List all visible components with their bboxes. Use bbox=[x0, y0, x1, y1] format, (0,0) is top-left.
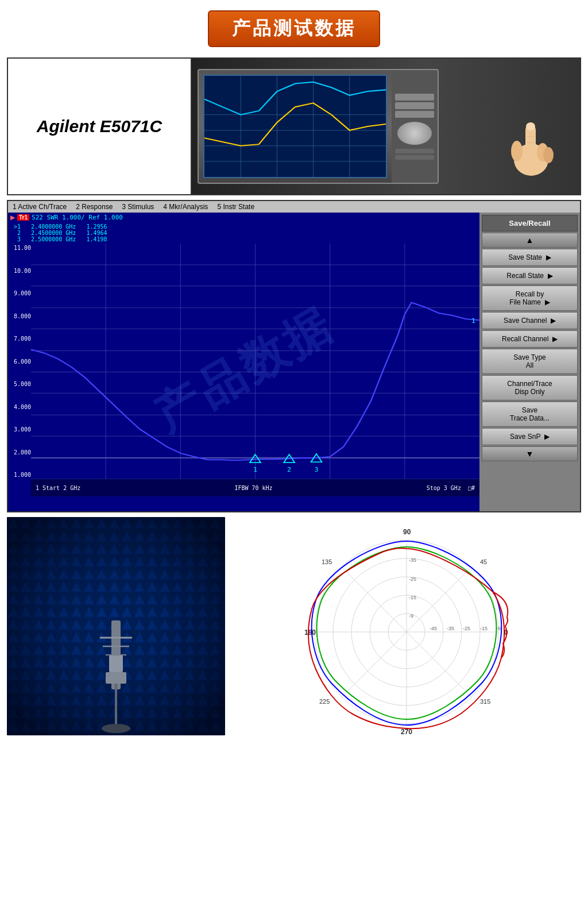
svg-text:-45: -45 bbox=[430, 626, 437, 631]
sidebar-down-arrow-btn[interactable]: ▼ bbox=[482, 446, 578, 461]
save-snp-button[interactable]: Save SnP ▶ bbox=[482, 428, 578, 445]
y-label-9: 9.000 bbox=[9, 290, 31, 296]
x-label-stop: Stop 3 GHz □# bbox=[427, 485, 475, 491]
svg-text:-25: -25 bbox=[463, 626, 470, 631]
y-label-8: 8.000 bbox=[9, 313, 31, 319]
svg-point-13 bbox=[543, 147, 554, 163]
channel-trace-disp-only-button[interactable]: Channel/Trace Disp Only bbox=[482, 375, 578, 400]
y-label-11: 11.00 bbox=[9, 245, 31, 251]
vna-section: 1 Active Ch/Trace 2 Response 3 Stimulus … bbox=[7, 200, 581, 512]
instrument-photo-cell bbox=[192, 59, 580, 194]
vna-header-text: S22 SWR 1.000/ Ref 1.000 bbox=[32, 214, 123, 221]
instrument-name: Agilent E5071C bbox=[37, 117, 162, 136]
vna-channel-indicator: ▶ bbox=[10, 214, 15, 221]
svg-point-14 bbox=[526, 122, 535, 130]
y-label-10: 10.00 bbox=[9, 268, 31, 274]
save-channel-button[interactable]: Save Channel ▶ bbox=[482, 312, 578, 329]
marker-row-3: 3 2.5000000 GHz 1.4198 bbox=[14, 236, 474, 242]
vna-chart: 11.00 10.00 9.000 8.000 7.000 6.000 5.00… bbox=[8, 244, 479, 496]
svg-text:3: 3 bbox=[314, 466, 318, 473]
svg-text:45: 45 bbox=[480, 558, 487, 565]
save-state-button[interactable]: Save State ▶ bbox=[482, 249, 578, 266]
x-label-ifbw: IFBW 70 kHz bbox=[234, 485, 272, 491]
y-label-4: 4.000 bbox=[9, 404, 31, 410]
recall-state-button[interactable]: Recall State ▶ bbox=[482, 267, 578, 284]
svg-rect-56 bbox=[7, 517, 225, 735]
recall-channel-button[interactable]: Recall Channel ▶ bbox=[482, 330, 578, 348]
vna-svg-chart: 1 2 3 1 bbox=[31, 244, 479, 479]
recall-by-filename-button[interactable]: Recall by File Name ▶ bbox=[482, 286, 578, 311]
title-box: 产品测试数据 bbox=[208, 10, 380, 47]
x-label-start: 1 Start 2 GHz bbox=[36, 485, 80, 491]
vna-plot-header: ▶ Tr1 S22 SWR 1.000/ Ref 1.000 bbox=[8, 213, 479, 222]
y-label-2: 2.000 bbox=[9, 449, 31, 456]
title-text: 产品测试数据 bbox=[232, 18, 356, 38]
y-label-6: 6.000 bbox=[9, 358, 31, 365]
svg-text:-35: -35 bbox=[447, 626, 454, 631]
svg-rect-0 bbox=[204, 76, 386, 177]
svg-text:225: 225 bbox=[319, 698, 330, 705]
svg-text:90: 90 bbox=[403, 528, 411, 536]
menu-item-instr-state[interactable]: 5 Instr State bbox=[217, 203, 254, 211]
vna-content: ▶ Tr1 S22 SWR 1.000/ Ref 1.000 >1 2.4000… bbox=[8, 213, 580, 511]
svg-text:1: 1 bbox=[471, 318, 475, 325]
y-label-1: 1.000 bbox=[9, 472, 31, 478]
svg-text:315: 315 bbox=[480, 698, 490, 705]
vna-menu-bar: 1 Active Ch/Trace 2 Response 3 Stimulus … bbox=[8, 201, 580, 213]
marker-row-2: 2 2.4500000 GHz 1.4964 bbox=[14, 230, 474, 236]
vna-y-axis: 11.00 10.00 9.000 8.000 7.000 6.000 5.00… bbox=[8, 244, 31, 479]
sidebar-title: Save/Recall bbox=[482, 215, 578, 232]
save-trace-data-button[interactable]: Save Trace Data... bbox=[482, 402, 578, 427]
polar-svg-container: -9 -15 -25 -35 90 0 270 180 45 135 315 2… bbox=[232, 517, 581, 735]
svg-text:1: 1 bbox=[253, 466, 257, 473]
instrument-section: Agilent E5071C bbox=[7, 57, 581, 195]
svg-text:-25: -25 bbox=[409, 576, 416, 582]
y-label-7: 7.000 bbox=[9, 336, 31, 342]
svg-point-11 bbox=[511, 141, 523, 161]
y-label-3: 3.000 bbox=[9, 426, 31, 433]
svg-text:-9: -9 bbox=[409, 613, 413, 619]
sidebar-up-arrow-btn[interactable]: ▲ bbox=[482, 233, 578, 248]
polar-chart-svg: -9 -15 -25 -35 90 0 270 180 45 135 315 2… bbox=[257, 517, 556, 735]
vna-sidebar: Save/Recall ▲ Save State ▶ Recall State … bbox=[479, 213, 580, 511]
svg-text:-15: -15 bbox=[480, 626, 488, 631]
marker-row-1: >1 2.4000000 GHz 1.2956 bbox=[14, 223, 474, 230]
instrument-name-cell: Agilent E5071C bbox=[8, 59, 192, 194]
vna-markers-table: >1 2.4000000 GHz 1.2956 2 2.4500000 GHz … bbox=[8, 222, 479, 244]
svg-text:-15: -15 bbox=[409, 595, 416, 600]
vna-trace-label: Tr1 bbox=[17, 214, 29, 221]
save-type-all-button[interactable]: Save Type All bbox=[482, 349, 578, 374]
antenna-chamber-svg bbox=[7, 517, 225, 735]
polar-chart-area: -9 -15 -25 -35 90 0 270 180 45 135 315 2… bbox=[232, 517, 581, 735]
menu-item-active-ch[interactable]: 1 Active Ch/Trace bbox=[13, 203, 67, 211]
menu-item-response[interactable]: 2 Response bbox=[76, 203, 113, 211]
antenna-photo bbox=[7, 517, 225, 735]
svg-text:135: 135 bbox=[322, 558, 332, 565]
svg-text:2: 2 bbox=[287, 466, 291, 473]
svg-text:-35: -35 bbox=[409, 557, 416, 563]
menu-item-mkr[interactable]: 4 Mkr/Analysis bbox=[163, 203, 208, 211]
y-label-5: 5.000 bbox=[9, 381, 31, 387]
svg-text:180: 180 bbox=[304, 628, 316, 637]
vna-plot-area: ▶ Tr1 S22 SWR 1.000/ Ref 1.000 >1 2.4000… bbox=[8, 213, 479, 511]
vna-x-bar: 1 Start 2 GHz IFBW 70 kHz Stop 3 GHz □# bbox=[31, 479, 479, 496]
title-banner: 产品测试数据 bbox=[0, 0, 588, 53]
menu-item-stimulus[interactable]: 3 Stimulus bbox=[122, 203, 154, 211]
bottom-section: -9 -15 -25 -35 90 0 270 180 45 135 315 2… bbox=[7, 517, 581, 735]
